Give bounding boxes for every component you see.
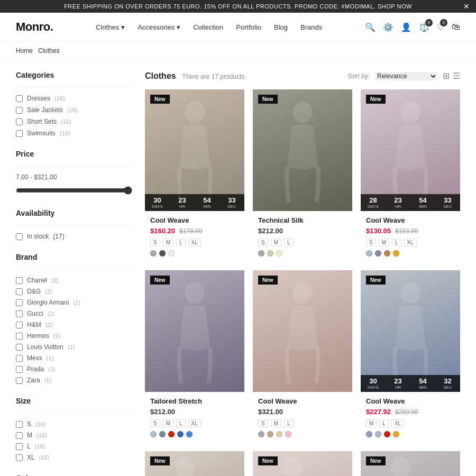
product-color-dot[interactable]: [267, 431, 273, 437]
svg-point-0: [185, 101, 204, 123]
announcement-close-icon[interactable]: ✕: [463, 2, 470, 11]
product-color-dot[interactable]: [258, 250, 264, 257]
list-view-icon[interactable]: ☰: [453, 71, 460, 81]
svg-point-4: [292, 282, 312, 304]
product-color-dot[interactable]: [393, 250, 399, 257]
product-card[interactable]: New: [253, 451, 352, 476]
size-tag[interactable]: M: [271, 419, 281, 427]
brand-item[interactable]: Zara (1): [16, 377, 132, 384]
product-card[interactable]: New Tailored Stretch $212.00 SMLXL: [145, 270, 244, 443]
size-tag[interactable]: M: [163, 419, 173, 427]
brand-item[interactable]: Hermes (2): [16, 332, 132, 340]
brand-item[interactable]: Mexx (1): [16, 354, 132, 362]
product-color-dot[interactable]: [159, 431, 166, 437]
in-stock-filter[interactable]: In stock (17): [16, 233, 132, 240]
product-color-dot[interactable]: [285, 431, 291, 437]
size-tag[interactable]: M: [366, 419, 377, 427]
svg-point-7: [283, 456, 303, 476]
size-filter-item[interactable]: M (16): [16, 432, 132, 439]
size-tag[interactable]: L: [176, 239, 186, 246]
nav-blog[interactable]: Blog: [274, 23, 288, 31]
product-card[interactable]: New 28DAYS 23HR 54MIN 33SEC Cool Weave $…: [361, 89, 460, 262]
sort-select[interactable]: Relevance Price: Low to High Price: High…: [375, 72, 437, 80]
product-color-dot[interactable]: [258, 431, 264, 437]
brand-item[interactable]: Louis Vuitton (1): [16, 343, 132, 351]
size-tag[interactable]: M: [271, 239, 281, 246]
product-card[interactable]: New 30DAYS 23HR 54MIN 32SEC Cool Weave $…: [361, 270, 460, 443]
product-color-dot[interactable]: [168, 431, 175, 437]
product-color-dot[interactable]: [168, 250, 175, 257]
size-filter-item[interactable]: L (16): [16, 443, 132, 450]
category-item[interactable]: Sale Jackets (16): [16, 106, 132, 114]
size-tag[interactable]: S: [150, 419, 160, 427]
size-tag[interactable]: L: [176, 419, 186, 427]
product-colors: [258, 431, 347, 437]
product-color-dot[interactable]: [150, 250, 157, 257]
product-color-dot[interactable]: [384, 250, 390, 257]
nav-portfolio[interactable]: Portfolio: [236, 23, 261, 31]
size-tag[interactable]: M: [163, 239, 173, 246]
size-filter-item[interactable]: S (16): [16, 420, 132, 428]
account-icon[interactable]: 👤: [401, 22, 411, 32]
category-item[interactable]: Swimsuits (16): [16, 130, 132, 137]
product-color-dot[interactable]: [384, 431, 390, 437]
search-icon[interactable]: 🔍: [365, 22, 376, 32]
wishlist-icon[interactable]: ♡0: [437, 22, 444, 32]
category-item[interactable]: Dresses (16): [16, 95, 132, 102]
size-tag[interactable]: XL: [188, 419, 201, 427]
new-badge: New: [258, 276, 278, 285]
price-section: Price 7.00 - $321.00: [16, 150, 132, 196]
product-card[interactable]: New: [361, 451, 460, 476]
size-tag[interactable]: XL: [188, 239, 201, 246]
size-tag[interactable]: XL: [404, 239, 417, 246]
product-color-dot[interactable]: [276, 250, 282, 257]
nav-brands[interactable]: Brands: [300, 23, 322, 31]
nav-clothes[interactable]: Clothes ▾: [96, 23, 125, 31]
grid-view-icon[interactable]: ⊞: [443, 71, 450, 81]
breadcrumb-home[interactable]: Home: [16, 47, 33, 54]
nav-collection[interactable]: Collection: [193, 23, 223, 31]
product-color-dot[interactable]: [393, 431, 399, 437]
brand-item[interactable]: H&M (2): [16, 321, 132, 328]
brand-item[interactable]: Chanel (2): [16, 277, 132, 284]
product-color-dot[interactable]: [375, 431, 381, 437]
size-tag[interactable]: S: [258, 239, 268, 246]
nav-accessories[interactable]: Accessories ▾: [138, 23, 180, 31]
brand-item[interactable]: Giorgio Armani (2): [16, 299, 132, 306]
product-color-dot[interactable]: [186, 431, 193, 437]
brand-item[interactable]: Prada (1): [16, 365, 132, 373]
size-tag[interactable]: M: [379, 239, 389, 246]
product-color-dot[interactable]: [267, 250, 273, 257]
product-color-dot[interactable]: [375, 250, 381, 257]
size-filter-item[interactable]: XL (16): [16, 454, 132, 461]
brand-item[interactable]: D&G (2): [16, 288, 132, 295]
cart-icon[interactable]: 🛍: [452, 22, 460, 32]
size-tag[interactable]: L: [392, 239, 401, 246]
product-card[interactable]: New Technical Silk $212.00 SML: [253, 89, 352, 262]
size-section: Size S (16) M (16) L (16) XL (16): [16, 397, 132, 461]
product-color-dot[interactable]: [150, 431, 157, 437]
product-color-dot[interactable]: [159, 250, 166, 257]
product-card[interactable]: New 30DAYS 23HR 54MIN 33SEC Cool Weave $…: [145, 89, 244, 262]
product-name: Cool Weave: [150, 216, 239, 224]
new-badge: New: [150, 95, 170, 104]
product-color-dot[interactable]: [276, 431, 282, 437]
category-item[interactable]: Short Sets (16): [16, 118, 132, 125]
size-tag[interactable]: XL: [391, 419, 404, 427]
product-card[interactable]: New Cool Weave $321.00 SML: [253, 270, 352, 443]
size-tag[interactable]: L: [284, 239, 294, 246]
price-range-slider[interactable]: [16, 186, 132, 195]
product-color-dot[interactable]: [177, 431, 184, 437]
settings-icon[interactable]: ⚙️: [383, 22, 393, 32]
brand-item[interactable]: Gucci (2): [16, 310, 132, 317]
product-color-dot[interactable]: [366, 431, 372, 437]
compare-icon[interactable]: ⚖️0: [419, 22, 429, 32]
size-tag[interactable]: S: [258, 419, 268, 427]
size-tag[interactable]: L: [379, 419, 389, 427]
size-tag[interactable]: S: [150, 239, 160, 246]
size-tag[interactable]: S: [366, 239, 376, 246]
product-card[interactable]: New: [145, 451, 244, 476]
size-tag[interactable]: L: [284, 419, 294, 427]
product-color-dot[interactable]: [366, 250, 372, 257]
logo[interactable]: Monro.: [16, 20, 53, 34]
